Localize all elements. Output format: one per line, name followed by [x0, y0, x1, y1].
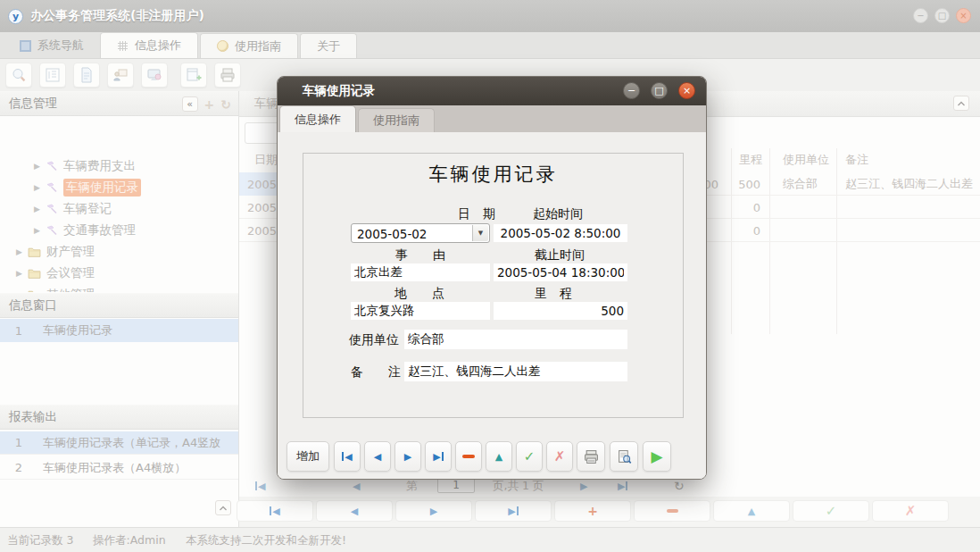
- up-triangle-icon: ▲: [748, 506, 755, 517]
- refresh-tree-icon[interactable]: ↻: [220, 97, 231, 112]
- preview-icon: [617, 449, 632, 464]
- confirm-button[interactable]: ✓: [793, 500, 869, 522]
- prev-record-button[interactable]: ◀: [364, 441, 391, 472]
- info-mgmt-header: 信息管理 « + ↻: [0, 91, 238, 116]
- tab-label: 信息操作: [135, 38, 181, 54]
- folder-icon: [28, 289, 41, 293]
- date-dropdown[interactable]: 2005-05-02 ▼: [351, 223, 490, 243]
- mileage-field[interactable]: [494, 302, 627, 320]
- window-add-tool-button[interactable]: [180, 63, 207, 88]
- expand-arrow-icon[interactable]: ▶: [16, 269, 22, 278]
- preview-button[interactable]: [610, 441, 638, 472]
- operator-label: 操作者:Admin: [93, 533, 166, 548]
- tree-item-meeting-mgmt[interactable]: ▶ 会议管理: [16, 263, 95, 283]
- dialog-close-button[interactable]: ×: [678, 82, 695, 99]
- info-window-item[interactable]: 1 车辆使用记录: [0, 319, 238, 342]
- delete-record-button[interactable]: [634, 500, 710, 522]
- column-header-unit[interactable]: 使用单位: [783, 148, 829, 171]
- next-icon: ▶: [404, 452, 411, 462]
- search-tool-button[interactable]: [5, 63, 32, 88]
- minus-icon: [462, 455, 475, 458]
- tree-item-label: 交通事故管理: [63, 222, 136, 238]
- add-button[interactable]: 增加: [287, 441, 329, 472]
- report-item[interactable]: 2 车辆使用记录表（A4横放）: [0, 456, 238, 480]
- run-report-button[interactable]: ▶: [643, 441, 671, 472]
- print-button[interactable]: [577, 441, 605, 472]
- last-record-button[interactable]: ▶: [475, 500, 552, 522]
- report-item[interactable]: 1 车辆使用记录表（单记录，A4竖放: [0, 431, 238, 455]
- first-record-button[interactable]: ◀: [334, 441, 361, 472]
- place-label: 地 点: [394, 286, 444, 302]
- expand-arrow-icon[interactable]: ▶: [34, 183, 40, 192]
- dialog-maximize-button[interactable]: □: [651, 82, 668, 99]
- collapse-panel-button[interactable]: [953, 96, 969, 111]
- next-record-button[interactable]: ▶: [394, 441, 421, 472]
- last-record-button[interactable]: ▶: [425, 441, 452, 472]
- tree-item-label: 财产管理: [46, 244, 95, 260]
- dialog-body: 车辆使用记录 日 期 起始时间 2005-05-02 ▼ 事 由 截止时间 地 …: [278, 132, 706, 479]
- dialog-tab-info-operation[interactable]: 信息操作: [279, 105, 356, 132]
- maximize-button[interactable]: □: [934, 8, 950, 23]
- expand-arrow-icon[interactable]: ▶: [16, 247, 22, 256]
- report-tool-button[interactable]: [39, 63, 66, 88]
- end-time-field[interactable]: [494, 263, 627, 281]
- monitor-tool-button[interactable]: [141, 63, 168, 88]
- collapse-sidebar-button[interactable]: «: [182, 96, 198, 112]
- record-count-label: 当前记录数 3: [7, 533, 73, 548]
- column-header-date[interactable]: 日期: [254, 148, 278, 171]
- dropdown-arrow-icon[interactable]: ▼: [472, 225, 488, 241]
- close-button[interactable]: ×: [956, 8, 971, 23]
- note-field[interactable]: [404, 362, 627, 381]
- document-tool-button[interactable]: [73, 63, 100, 88]
- first-page-button[interactable]: ◀: [255, 476, 265, 496]
- tab-about[interactable]: 关于: [300, 33, 357, 58]
- dialog-tab-user-guide[interactable]: 使用指南: [358, 108, 435, 132]
- next-record-button[interactable]: ▶: [395, 500, 472, 522]
- delete-record-button[interactable]: [455, 441, 482, 472]
- tab-user-guide[interactable]: 使用指南: [200, 33, 298, 58]
- add-record-button[interactable]: +: [554, 500, 631, 522]
- tree-item-other-mgmt[interactable]: ▶ 其他管理: [16, 285, 95, 292]
- cancel-button[interactable]: ✗: [546, 441, 573, 472]
- printer-tool-button[interactable]: [214, 63, 241, 88]
- tab-info-operation[interactable]: 信息操作: [100, 32, 198, 58]
- prev-record-button[interactable]: ◀: [316, 500, 393, 522]
- add-node-icon[interactable]: +: [204, 97, 215, 112]
- reason-field[interactable]: [351, 263, 490, 281]
- info-mgmt-title: 信息管理: [9, 96, 57, 112]
- expand-arrow-icon[interactable]: ▶: [16, 290, 22, 292]
- collapse-section-button[interactable]: [215, 500, 231, 515]
- unit-field[interactable]: [404, 330, 627, 349]
- next-icon: ▶: [430, 506, 437, 516]
- user-panel-tool-button[interactable]: [107, 63, 134, 88]
- expand-arrow-icon[interactable]: ▶: [34, 226, 40, 235]
- edit-record-button[interactable]: ▲: [713, 500, 790, 522]
- tree-item-label: 会议管理: [46, 265, 95, 281]
- tree-item-vehicle-registration[interactable]: ▶ 车辆登记: [34, 199, 112, 219]
- minimize-button[interactable]: −: [913, 8, 928, 23]
- cross-icon: ✗: [554, 448, 566, 464]
- tool-icon: [46, 160, 58, 172]
- tree-item-vehicle-expense[interactable]: ▶ 车辆费用支出: [34, 156, 136, 176]
- expand-arrow-icon[interactable]: ▶: [34, 162, 40, 171]
- report-output-title: 报表输出: [9, 409, 57, 425]
- place-field[interactable]: [351, 302, 490, 320]
- tree-item-vehicle-usage-record[interactable]: ▶ 车辆使用记录: [34, 178, 141, 197]
- confirm-button[interactable]: ✓: [516, 441, 543, 472]
- tab-system-nav[interactable]: 系统导航: [4, 33, 100, 58]
- item-index: 2: [7, 461, 30, 474]
- expand-arrow-icon[interactable]: ▶: [34, 205, 40, 213]
- tree-item-traffic-accident[interactable]: ▶ 交通事故管理: [34, 221, 136, 240]
- tree-item-property-mgmt[interactable]: ▶ 财产管理: [16, 242, 95, 262]
- cancel-button[interactable]: ✗: [872, 500, 949, 522]
- edit-record-button[interactable]: ▲: [486, 441, 512, 472]
- item-index: 1: [7, 324, 30, 338]
- dialog-minimize-button[interactable]: −: [623, 82, 640, 99]
- app-titlebar: y 办公事务管理系统(非注册用户) − □ ×: [0, 0, 980, 32]
- start-time-field[interactable]: [494, 224, 627, 242]
- column-header-note[interactable]: 备注: [845, 148, 868, 171]
- last-icon: ▶: [508, 506, 518, 516]
- first-record-button[interactable]: ◀: [237, 500, 313, 522]
- column-header-mileage[interactable]: 里程: [739, 148, 762, 171]
- cell-mileage: 500: [728, 172, 760, 196]
